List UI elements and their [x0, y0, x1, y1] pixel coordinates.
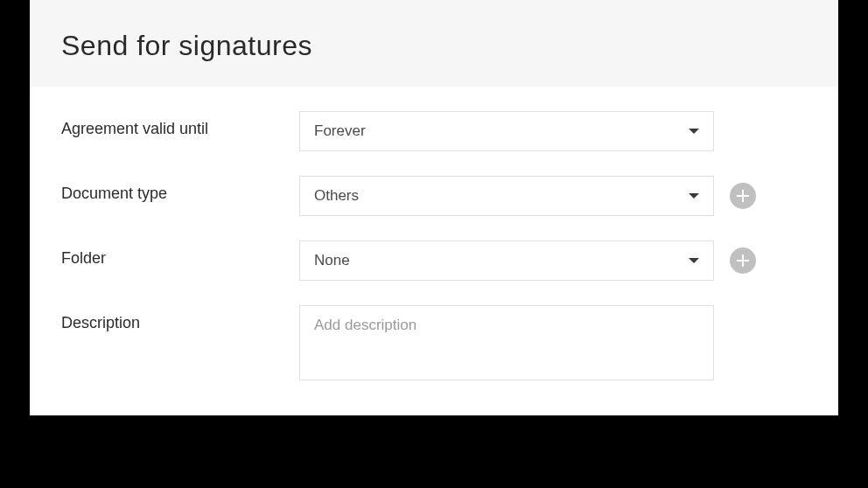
row-document-type: Document type Others [61, 176, 807, 216]
control-agreement-valid: Forever [299, 111, 807, 151]
control-document-type: Others [299, 176, 807, 216]
label-document-type: Document type [61, 176, 299, 203]
row-folder: Folder None [61, 241, 807, 281]
add-folder-button[interactable] [730, 247, 756, 274]
panel-header: Send for signatures [30, 0, 838, 87]
caret-down-icon [689, 258, 699, 263]
select-folder[interactable]: None [299, 241, 714, 281]
caret-down-icon [689, 193, 699, 199]
control-folder: None [299, 241, 807, 281]
select-document-type[interactable]: Others [299, 176, 714, 216]
add-document-type-button[interactable] [730, 183, 756, 209]
select-folder-value: None [314, 252, 350, 269]
label-agreement-valid: Agreement valid until [61, 111, 299, 138]
select-agreement-valid-value: Forever [314, 122, 366, 140]
description-textarea[interactable] [299, 305, 714, 380]
row-agreement-valid: Agreement valid until Forever [61, 111, 807, 151]
row-description: Description [61, 305, 807, 380]
page-title: Send for signatures [61, 30, 807, 62]
select-document-type-value: Others [314, 187, 359, 205]
label-description: Description [61, 305, 299, 332]
caret-down-icon [689, 129, 699, 134]
control-description [299, 305, 807, 380]
label-folder: Folder [61, 241, 299, 268]
select-agreement-valid[interactable]: Forever [299, 111, 714, 151]
send-signatures-panel: Send for signatures Agreement valid unti… [30, 0, 838, 415]
form-body: Agreement valid until Forever Document t… [30, 87, 838, 415]
